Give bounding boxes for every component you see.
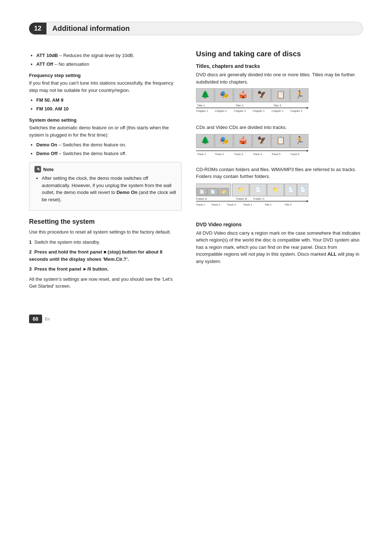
svg-text:🏃: 🏃 xyxy=(295,136,304,145)
svg-text:Title 3: Title 3 xyxy=(273,104,281,107)
svg-text:Track 4: Track 4 xyxy=(253,153,262,156)
frequency-section: Frequency step setting If you find that … xyxy=(29,73,181,112)
frequency-heading: Frequency step setting xyxy=(29,73,181,78)
svg-text:📋: 📋 xyxy=(276,136,285,145)
resetting-section: Resetting the system Use this procedure … xyxy=(29,218,181,290)
svg-text:📁: 📁 xyxy=(238,186,244,193)
right-section-title: Using and taking care of discs xyxy=(196,50,363,58)
svg-text:🎪: 🎪 xyxy=(238,90,248,99)
svg-text:📄: 📄 xyxy=(211,189,215,194)
cdrom-folder-diagram: 📁 📄 📄 📁 📁 📄 📁 📄 📄 xyxy=(196,183,309,216)
svg-marker-36 xyxy=(307,150,309,152)
dvd-regions-section: DVD Video regions All DVD Video discs ca… xyxy=(196,222,363,265)
chapter-header: 12 Additional information xyxy=(29,22,363,35)
dvd-regions-body: All DVD Video discs carry a region mark … xyxy=(196,230,363,265)
svg-text:Track 2: Track 2 xyxy=(211,203,220,206)
svg-text:📁: 📁 xyxy=(221,189,226,194)
svg-text:Track 2: Track 2 xyxy=(215,153,224,156)
svg-text:Chapter 1: Chapter 1 xyxy=(271,109,283,113)
svg-text:Chapter 3: Chapter 3 xyxy=(234,109,246,113)
svg-text:📋: 📋 xyxy=(276,90,285,99)
dvd-regions-heading: DVD Video regions xyxy=(196,222,363,227)
step-1: 1 Switch the system into standby. xyxy=(29,239,181,246)
svg-text:Track 3: Track 3 xyxy=(234,153,243,156)
note-label: Note xyxy=(43,167,54,172)
titles-body3: CD-ROMs contain folders and files. WMA/M… xyxy=(196,166,363,180)
svg-text:🎪: 🎪 xyxy=(238,136,248,145)
page-language: En xyxy=(45,317,50,321)
demo-on-item: Demo On – Switches the demo feature on. xyxy=(36,141,181,149)
system-demo-body: Switches the automatic demo feature on o… xyxy=(29,124,181,138)
dvd-title-diagram: 🌲 🎭 🎪 🦅 📋 🏃 Title 1 Title 2 Title 3 xyxy=(196,88,309,121)
svg-text:Chapter 2: Chapter 2 xyxy=(290,109,302,113)
titles-heading: Titles, chapters and tracks xyxy=(196,63,363,69)
svg-text:Folder C: Folder C xyxy=(253,197,265,200)
svg-text:Track 1: Track 1 xyxy=(197,153,206,156)
att-10db-label: ATT 10dB xyxy=(36,53,58,58)
frequency-list: FM 50. AM 9 FM 100. AM 10 xyxy=(36,97,181,112)
svg-text:Chapter 1: Chapter 1 xyxy=(196,109,208,113)
page-footer: 68 En xyxy=(29,315,363,323)
svg-text:📄: 📄 xyxy=(255,186,261,193)
titles-body1: DVD discs are generally divided into one… xyxy=(196,71,363,85)
svg-text:Folder B: Folder B xyxy=(236,197,247,200)
svg-text:Track 1: Track 1 xyxy=(196,203,205,206)
att-10db-text: – Reduces the signal level by 10dB. xyxy=(59,53,134,58)
svg-text:📄: 📄 xyxy=(200,189,204,194)
svg-text:📄: 📄 xyxy=(288,186,294,193)
titles-section: Titles, chapters and tracks DVD discs ar… xyxy=(196,63,363,216)
chapter-number: 12 xyxy=(29,23,46,35)
frequency-item-1: FM 50. AM 9 xyxy=(36,97,181,104)
att-10db-item: ATT 10dB – Reduces the signal level by 1… xyxy=(36,52,181,59)
svg-text:File 1: File 1 xyxy=(265,203,271,206)
system-demo-section: System demo setting Switches the automat… xyxy=(29,117,181,157)
page-number: 68 xyxy=(29,315,42,323)
step-2: 2 Press and hold the front panel ■ (stop… xyxy=(29,248,181,263)
svg-text:🦅: 🦅 xyxy=(257,136,266,145)
titles-body2: CDs and Video CDs are divided into track… xyxy=(196,124,363,131)
note-box: ✎ Note After setting the clock, the demo… xyxy=(29,162,181,211)
system-demo-list: Demo On – Switches the demo feature on. … xyxy=(36,141,181,157)
svg-text:🎭: 🎭 xyxy=(220,136,229,145)
step-3: 3 Press the front panel ►/II button. xyxy=(29,266,181,273)
svg-text:🦅: 🦅 xyxy=(257,90,266,99)
content-area: ATT 10dB – Reduces the signal level by 1… xyxy=(29,50,363,293)
svg-text:Chapter 1: Chapter 1 xyxy=(253,109,265,113)
cd-track-diagram: 🌲 🎭 🎪 🦅 📋 🏃 Track 1 Track 2 Track 3 Trac… xyxy=(196,134,309,163)
right-column: Using and taking care of discs Titles, c… xyxy=(196,50,363,293)
svg-marker-16 xyxy=(307,107,309,109)
svg-marker-65 xyxy=(307,200,309,202)
svg-text:Title 2: Title 2 xyxy=(236,104,244,107)
att-off-text: – No attenuation xyxy=(54,61,89,67)
svg-text:Track 3: Track 3 xyxy=(227,203,236,206)
note-header: ✎ Note xyxy=(34,166,176,173)
svg-text:Title 1: Title 1 xyxy=(197,104,205,107)
svg-text:Track 6: Track 6 xyxy=(290,153,299,156)
svg-text:🏃: 🏃 xyxy=(295,90,304,99)
step-3-after: All the system's settings are now reset,… xyxy=(29,276,181,290)
svg-text:🎭: 🎭 xyxy=(220,90,229,99)
demo-off-item: Demo Off – Switches the demo feature off… xyxy=(36,150,181,157)
note-icon: ✎ xyxy=(34,166,41,173)
svg-text:🌲: 🌲 xyxy=(201,90,210,99)
note-body: After setting the clock, the demo mode s… xyxy=(42,175,176,203)
svg-text:📄: 📄 xyxy=(300,186,306,193)
svg-text:Track 1: Track 1 xyxy=(243,203,252,206)
svg-text:Folder A: Folder A xyxy=(196,197,207,200)
svg-text:📁: 📁 xyxy=(273,186,279,193)
step-1-text: Switch the system into standby. xyxy=(34,239,100,245)
note-list: After setting the clock, the demo mode s… xyxy=(42,175,176,203)
svg-text:Track 5: Track 5 xyxy=(271,153,281,156)
svg-text:Chapter 2: Chapter 2 xyxy=(215,109,227,113)
svg-text:File 2: File 2 xyxy=(285,203,291,206)
resetting-heading: Resetting the system xyxy=(29,218,181,226)
att-off-item: ATT Off – No attenuation xyxy=(36,61,181,68)
svg-text:🌲: 🌲 xyxy=(201,136,210,145)
chapter-title: Additional information xyxy=(46,22,363,35)
resetting-intro: Use this procedure to reset all system s… xyxy=(29,228,181,236)
att-bullets: ATT 10dB – Reduces the signal level by 1… xyxy=(36,52,181,68)
att-off-label: ATT Off xyxy=(36,61,53,67)
system-demo-heading: System demo setting xyxy=(29,117,181,123)
left-column: ATT 10dB – Reduces the signal level by 1… xyxy=(29,50,181,293)
frequency-body: If you find that you can't tune into sta… xyxy=(29,80,181,94)
